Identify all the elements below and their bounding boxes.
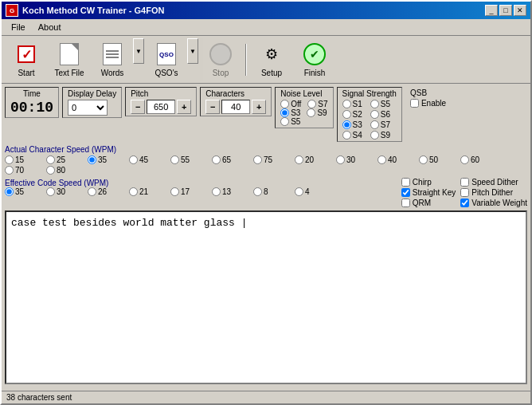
noise-s3-radio[interactable] <box>280 108 289 117</box>
qsb-enable-checkbox[interactable] <box>410 99 419 108</box>
start-icon <box>14 41 39 67</box>
setup-button[interactable]: ⚙ Setup <box>251 38 292 81</box>
asp-25-radio[interactable] <box>46 155 55 164</box>
asp-80-radio[interactable] <box>46 166 55 175</box>
setup-icon: ⚙ <box>259 41 284 67</box>
qso-dropdown[interactable]: ▼ <box>187 38 198 64</box>
sig-s9-radio[interactable] <box>370 131 379 140</box>
stop-label: Stop <box>213 69 229 77</box>
esp-30-radio[interactable] <box>46 187 55 196</box>
finish-button[interactable]: ✔ Finish <box>294 38 335 81</box>
sig-s2: S2 <box>342 110 362 119</box>
sig-s5: S5 <box>370 100 390 108</box>
sig-s5-radio[interactable] <box>370 100 379 108</box>
qsb-enable: Enable <box>410 99 446 108</box>
asp-60-radio[interactable] <box>460 155 469 164</box>
words-dropdown[interactable]: ▼ <box>133 38 144 64</box>
characters-decrement[interactable]: − <box>205 100 220 114</box>
minimize-button[interactable]: _ <box>485 5 498 16</box>
sig-s3-radio[interactable] <box>342 120 351 129</box>
signal-col1: S1 S2 S3 S4 <box>342 100 362 140</box>
qso-button[interactable]: QSO QSO's <box>146 38 187 81</box>
qrm-checkbox[interactable] <box>401 199 410 207</box>
sig-s6-radio[interactable] <box>370 110 379 119</box>
maximize-button[interactable]: □ <box>499 5 512 16</box>
noise-s5-radio[interactable] <box>280 117 289 126</box>
asp-60: 60 <box>460 155 500 164</box>
asp-50: 50 <box>419 155 459 164</box>
qsb-label: QSB <box>410 88 446 97</box>
window-title: Koch Method CW Trainer - G4FON <box>22 6 164 15</box>
signal-col2: S5 S6 S7 S9 <box>370 100 390 140</box>
asp-75-radio[interactable] <box>253 155 262 164</box>
time-group: Time 00:10 <box>5 87 59 118</box>
qrm-check: QRM <box>401 199 456 207</box>
asp-35-radio[interactable] <box>88 155 96 164</box>
characters-group: Characters − 40 + <box>200 87 272 116</box>
text-output-content: case test besides world matter glass | <box>11 217 247 229</box>
esp-26-radio[interactable] <box>88 187 96 196</box>
esp-4-radio[interactable] <box>295 187 303 196</box>
stop-icon <box>208 41 233 67</box>
esp-35: 35 <box>5 187 45 196</box>
characters-increment[interactable]: + <box>252 100 266 114</box>
characters-label: Characters <box>205 89 266 98</box>
noise-row2: S3 S9 <box>280 108 327 117</box>
qsb-group: QSB Enable <box>405 87 451 109</box>
sig-s4-radio[interactable] <box>342 131 351 140</box>
toolbar: Start Text File Words <box>2 36 530 84</box>
asp-15: 15 <box>5 155 45 164</box>
asp-30-radio[interactable] <box>336 155 345 164</box>
words-button[interactable]: Words <box>92 38 133 81</box>
main-window: G Koch Method CW Trainer - G4FON _ □ ✕ F… <box>0 0 532 405</box>
asp-15-radio[interactable] <box>5 155 14 164</box>
straight-key-checkbox[interactable] <box>401 188 410 197</box>
asp-55-radio[interactable] <box>170 155 179 164</box>
text-output-area[interactable]: case test besides world matter glass | <box>5 210 527 384</box>
chirp-checkbox[interactable] <box>401 178 410 187</box>
pitch-dither-checkbox[interactable] <box>460 188 469 197</box>
asp-20-radio[interactable] <box>295 155 303 164</box>
esp-21-radio[interactable] <box>129 187 138 196</box>
noise-s7-radio[interactable] <box>307 100 316 108</box>
close-button[interactable]: ✕ <box>514 5 526 16</box>
noise-row1: Off S7 <box>280 100 327 108</box>
esp-8-radio[interactable] <box>253 187 262 196</box>
textfile-button-group: Text File <box>49 38 90 81</box>
stop-button[interactable]: Stop <box>200 38 241 81</box>
menu-file[interactable]: File <box>5 21 32 33</box>
pitch-decrement[interactable]: − <box>131 100 145 114</box>
noise-off-radio[interactable] <box>280 100 289 108</box>
textfile-button[interactable]: Text File <box>49 38 90 81</box>
asp-70-radio[interactable] <box>5 166 14 175</box>
sig-s7-radio[interactable] <box>370 120 379 129</box>
sig-s1-radio[interactable] <box>342 100 351 108</box>
asp-40-radio[interactable] <box>377 155 386 164</box>
sig-s1: S1 <box>342 100 362 108</box>
asp-45-radio[interactable] <box>129 155 138 164</box>
esp-35-radio[interactable] <box>5 187 14 196</box>
sig-s2-radio[interactable] <box>342 110 351 119</box>
sig-s9: S9 <box>370 131 390 140</box>
asp-50-radio[interactable] <box>419 155 428 164</box>
start-button[interactable]: Start <box>6 38 47 81</box>
pitch-increment[interactable]: + <box>177 100 191 114</box>
textfile-icon <box>57 41 82 67</box>
esp-17-radio[interactable] <box>170 187 179 196</box>
noise-label: Noise Level <box>280 89 327 98</box>
noise-s9-radio[interactable] <box>307 108 315 117</box>
menu-about[interactable]: About <box>32 21 68 33</box>
speed-dither-checkbox[interactable] <box>460 178 469 187</box>
variable-weight-checkbox[interactable] <box>460 199 469 207</box>
setup-label: Setup <box>261 69 282 77</box>
toolbar-sep <box>245 44 247 76</box>
esp-13-radio[interactable] <box>212 187 221 196</box>
asp-65-radio[interactable] <box>212 155 221 164</box>
asp-30: 30 <box>336 155 376 164</box>
qrm-label: QRM <box>413 199 431 207</box>
pitch-label: Pitch <box>131 89 191 98</box>
display-delay-select[interactable]: 01235 <box>68 100 108 116</box>
asp-40: 40 <box>377 155 417 164</box>
pitch-dither-check: Pitch Dither <box>460 188 527 197</box>
title-bar: G Koch Method CW Trainer - G4FON _ □ ✕ <box>2 2 530 19</box>
